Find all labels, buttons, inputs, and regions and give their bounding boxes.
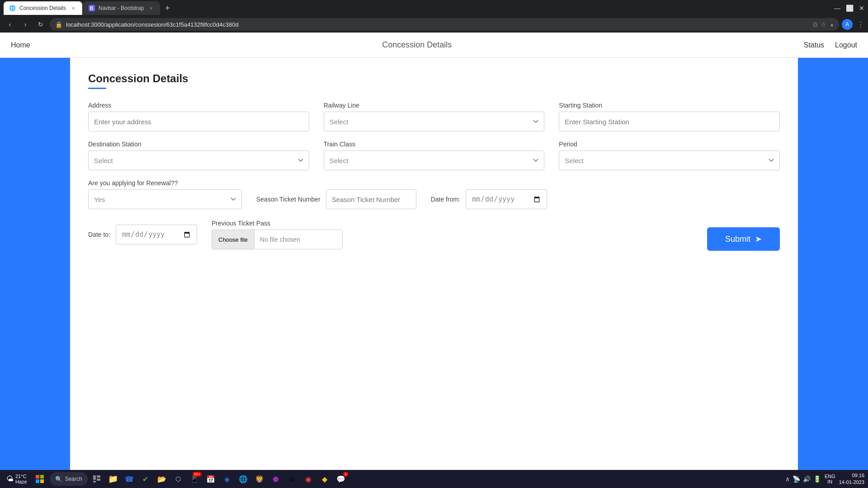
form-row-1: Address Railway Line Select Central West… [88, 102, 780, 131]
browser-chrome: 🌐 Concession Details ✕ B Navbar - Bootst… [0, 0, 868, 33]
file-input-wrapper: Choose file No file chosen [212, 230, 343, 249]
renewal-label: Are you applying for Renewal?? [88, 179, 242, 187]
renewal-group: Are you applying for Renewal?? Yes No [88, 179, 242, 209]
right-panel [798, 58, 868, 470]
window-controls: — ⬜ ✕ [834, 5, 864, 12]
starting-station-input[interactable] [559, 112, 780, 131]
tab-navbar-bootstrap[interactable]: B Navbar - Bootstrap ✕ [83, 1, 160, 15]
url-actions: ⎙ ☆ ⬧ [813, 21, 834, 28]
season-ticket-input[interactable] [326, 189, 416, 209]
window-restore[interactable]: ⬜ [846, 5, 854, 12]
more-options-icon[interactable]: ⋮ [857, 20, 864, 29]
tab-label-2: Navbar - Bootstrap [99, 5, 144, 11]
date-from-label: Date from: [431, 196, 460, 203]
ticket-pass-group: Previous Ticket Pass Choose file No file… [212, 220, 343, 249]
url-text: localhost:3000/application/conssesion/63… [66, 21, 239, 28]
date-from-input[interactable] [466, 189, 547, 209]
title-underline [88, 88, 106, 89]
window-close[interactable]: ✕ [859, 5, 864, 12]
tab-close-1[interactable]: ✕ [70, 5, 77, 12]
app-navbar: Home Concession Details Status Logout [0, 33, 868, 58]
period-select[interactable]: Select Monthly Quarterly Yearly [559, 150, 780, 170]
left-panel [0, 58, 70, 470]
railway-line-label: Railway Line [324, 102, 545, 109]
share-icon[interactable]: ⎙ [813, 21, 817, 28]
form-row-2: Destination Station Select Train Class S… [88, 141, 780, 170]
browser-toolbar-actions: A ⋮ [842, 19, 864, 30]
url-bar[interactable]: 🔒 localhost:3000/application/conssesion/… [50, 18, 839, 31]
window-minimize[interactable]: — [834, 5, 840, 12]
form-row-4: Date to: Previous Ticket Pass Choose fil… [88, 218, 780, 251]
tab-concession-details[interactable]: 🌐 Concession Details ✕ [4, 1, 82, 15]
train-class-select[interactable]: Select First Class Second Class [324, 150, 545, 170]
tab-close-2[interactable]: ✕ [147, 5, 155, 12]
train-class-group: Train Class Select First Class Second Cl… [324, 141, 545, 170]
lock-icon: 🔒 [55, 21, 62, 28]
train-class-label: Train Class [324, 141, 545, 148]
starting-station-group: Starting Station [559, 102, 780, 131]
bookmark-icon[interactable]: ☆ [821, 21, 826, 28]
starting-station-label: Starting Station [559, 102, 780, 109]
address-bar: ‹ › ↻ 🔒 localhost:3000/application/conss… [0, 16, 868, 33]
tab-favicon-2: B [89, 5, 95, 11]
nav-actions: Status Logout [804, 41, 857, 49]
address-input[interactable] [88, 112, 309, 131]
season-ticket-label: Season Ticket Number [256, 196, 321, 203]
date-from-group: Date from: [431, 189, 547, 209]
page-content: Concession Details Address Railway Line … [0, 58, 868, 470]
date-to-group: Date to: [88, 225, 197, 244]
forward-button[interactable]: › [19, 18, 32, 31]
submit-label: Submit [725, 235, 750, 244]
profile-icon[interactable]: A [842, 19, 853, 30]
file-name-display: No file chosen [255, 230, 342, 249]
back-button[interactable]: ‹ [4, 18, 16, 31]
date-to-label: Date to: [88, 231, 110, 238]
new-tab-button[interactable]: + [161, 2, 174, 14]
railway-line-select[interactable]: Select Central Western Harbour [324, 112, 545, 131]
destination-station-select[interactable]: Select [88, 150, 309, 170]
choose-file-button[interactable]: Choose file [212, 230, 255, 249]
logout-link[interactable]: Logout [835, 41, 857, 49]
season-ticket-group: Season Ticket Number [256, 189, 416, 209]
tab-bar: 🌐 Concession Details ✕ B Navbar - Bootst… [0, 0, 868, 16]
railway-line-group: Railway Line Select Central Western Harb… [324, 102, 545, 131]
submit-icon: ➤ [755, 234, 762, 244]
period-group: Period Select Monthly Quarterly Yearly [559, 141, 780, 170]
period-label: Period [559, 141, 780, 148]
address-group: Address [88, 102, 309, 131]
reload-button[interactable]: ↻ [34, 18, 47, 31]
date-to-input[interactable] [116, 225, 197, 244]
address-label: Address [88, 102, 309, 109]
page-title: Concession Details [88, 72, 780, 85]
status-link[interactable]: Status [804, 41, 824, 49]
tab-label-1: Concession Details [19, 5, 66, 11]
previous-ticket-pass-label: Previous Ticket Pass [212, 220, 343, 227]
home-link[interactable]: Home [11, 41, 30, 49]
extensions-icon[interactable]: ⬧ [830, 21, 834, 28]
tab-favicon-1: 🌐 [9, 5, 16, 11]
destination-station-group: Destination Station Select [88, 141, 309, 170]
form-row-3: Are you applying for Renewal?? Yes No Se… [88, 179, 780, 209]
submit-button[interactable]: Submit ➤ [707, 227, 780, 251]
renewal-select[interactable]: Yes No [88, 189, 242, 209]
navbar-title: Concession Details [30, 40, 804, 50]
destination-station-label: Destination Station [88, 141, 309, 148]
main-content: Concession Details Address Railway Line … [70, 58, 798, 470]
